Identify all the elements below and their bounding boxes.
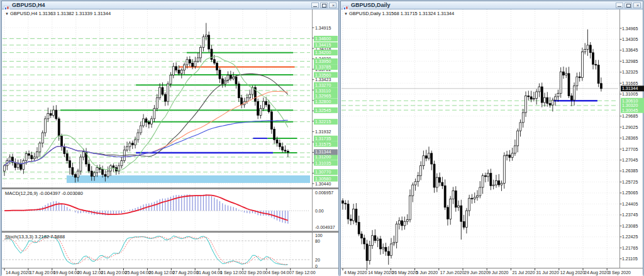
close-button[interactable]: × (633, 3, 641, 8)
svg-text:1.28365: 1.28365 (622, 136, 638, 140)
time-axis-daily[interactable]: 4 May 202014 May 202026 May 20205 Jun 20… (341, 268, 643, 276)
svg-text:1 Sep 12:00: 1 Sep 12:00 (220, 270, 244, 275)
svg-text:1.29685: 1.29685 (622, 114, 638, 118)
ohlc-text: GBPUSD,Daily 1.31568 1.31715 1.31324 1.3… (349, 11, 454, 16)
svg-text:1.21765: 1.21765 (622, 246, 638, 250)
svg-text:4 May 2020: 4 May 2020 (344, 270, 367, 275)
svg-text:1.32545: 1.32545 (315, 108, 331, 113)
svg-text:1.34200: 1.34200 (315, 50, 331, 55)
svg-text:17 Jun 2020: 17 Jun 2020 (440, 270, 465, 275)
svg-text:1.31344: 1.31344 (622, 86, 638, 91)
minimize-button[interactable] (311, 3, 319, 8)
restore-button[interactable] (320, 3, 328, 8)
svg-text:2 Sep 20:00: 2 Sep 20:00 (244, 270, 268, 275)
svg-text:1.22425: 1.22425 (622, 235, 638, 239)
ohlc-text: GBPUSD,H4 1.31363 1.31382 1.31339 1.3134… (10, 11, 111, 16)
main-chart-canvas-h4[interactable]: 1.349151.346171.343181.340201.337221.334… (2, 9, 340, 187)
svg-text:26 Aug 12:00: 26 Aug 12:00 (148, 270, 174, 275)
support-resistance-dashed-layer (341, 101, 618, 110)
svg-text:1.24405: 1.24405 (622, 202, 638, 206)
svg-text:1.32800: 1.32800 (315, 99, 331, 104)
svg-text:14 May 2020: 14 May 2020 (368, 270, 394, 275)
support-zone-layer (67, 175, 310, 183)
svg-text:12 Aug 2020: 12 Aug 2020 (560, 270, 585, 275)
main-chart-canvas-daily[interactable]: 1.349651.343051.336451.329851.323251.316… (341, 9, 644, 268)
svg-text:17 Aug 20:00: 17 Aug 20:00 (30, 270, 55, 275)
svg-text:31 Jul 2020: 31 Jul 2020 (536, 270, 559, 275)
titlebar-daily[interactable]: GBPUSD,Daily × (341, 1, 643, 9)
svg-text:24 Aug 2020: 24 Aug 2020 (584, 270, 609, 275)
svg-text:1.34305: 1.34305 (622, 37, 638, 41)
chart-body-daily: ▼GBPUSD,Daily 1.31568 1.31715 1.31324 1.… (341, 9, 643, 274)
chart-window-h4[interactable]: GBPUSD,H4 × ▼GBPUSD,H4 1.31363 1.31382 1… (1, 1, 339, 275)
svg-text:1.34415: 1.34415 (315, 43, 331, 47)
time-labels: 14 Aug 202017 Aug 20:0019 Aug 04:0020 Au… (4, 268, 316, 275)
svg-text:1.21105: 1.21105 (622, 257, 638, 261)
svg-text:1.32985: 1.32985 (622, 59, 638, 63)
svg-text:1.23085: 1.23085 (622, 224, 638, 228)
svg-text:1.30770: 1.30770 (315, 170, 331, 174)
svg-text:0.006957: 0.006957 (315, 190, 333, 195)
svg-text:1.26385: 1.26385 (622, 168, 638, 173)
svg-text:1.31200: 1.31200 (315, 155, 331, 159)
symbol-dropdown-icon[interactable]: ▼ (5, 12, 9, 16)
window-title: GBPUSD,Daily (351, 2, 391, 8)
svg-text:1.34600: 1.34600 (315, 36, 331, 41)
stoch-axis[interactable]: 10080200 (313, 233, 323, 268)
svg-text:5 Jun 2020: 5 Jun 2020 (416, 270, 438, 275)
svg-text:1.30320: 1.30320 (622, 103, 638, 108)
svg-text:1.31735: 1.31735 (315, 136, 331, 141)
svg-text:1.30440: 1.30440 (315, 182, 331, 186)
macd-label: MACD(12,26,9) -0.004397 -0.003080 (5, 190, 83, 196)
candles-layer (342, 30, 602, 268)
stoch-label: Stoch(13,3,3) 3.2182 7.5888 (5, 234, 65, 240)
support-resistance-dashed-layer (3, 38, 310, 179)
svg-text:3 Sep 2020: 3 Sep 2020 (608, 270, 631, 275)
svg-text:20: 20 (315, 258, 320, 262)
chart-icon (4, 3, 10, 8)
time-axis-h4[interactable]: 14 Aug 202017 Aug 20:0019 Aug 04:0020 Au… (2, 268, 338, 276)
svg-text:19 Aug 04:00: 19 Aug 04:00 (53, 270, 79, 275)
ohlc-info: ▼GBPUSD,Daily 1.31568 1.31715 1.31324 1.… (344, 11, 454, 16)
svg-text:1.23745: 1.23745 (622, 213, 638, 217)
svg-text:1.30580: 1.30580 (315, 177, 331, 181)
svg-text:1.31665: 1.31665 (622, 81, 638, 86)
svg-text:1.31005: 1.31005 (622, 92, 638, 96)
svg-text:1.34965: 1.34965 (622, 26, 638, 31)
titlebar-h4[interactable]: GBPUSD,H4 × (2, 1, 338, 9)
time-labels: 4 May 202014 May 202026 May 20205 Jun 20… (343, 268, 631, 275)
restore-button[interactable] (625, 3, 632, 8)
ohlc-info: ▼GBPUSD,H4 1.31363 1.31382 1.31339 1.313… (5, 11, 111, 16)
svg-text:25 Aug 04:00: 25 Aug 04:00 (125, 270, 151, 275)
chart-window-daily[interactable]: GBPUSD,Daily × ▼GBPUSD,Daily 1.31568 1.3… (340, 1, 643, 275)
svg-text:1.32325: 1.32325 (622, 70, 638, 74)
svg-text:1.27705: 1.27705 (622, 147, 638, 152)
svg-text:27 Aug 20:00: 27 Aug 20:00 (172, 270, 198, 275)
price-axis[interactable]: 1.349151.346171.343181.340201.337221.334… (313, 9, 338, 187)
svg-text:1.33423: 1.33423 (315, 77, 331, 82)
svg-text:100: 100 (315, 233, 323, 238)
svg-text:1.25065: 1.25065 (622, 190, 638, 195)
symbol-dropdown-icon[interactable]: ▼ (344, 12, 348, 16)
svg-text:0.00: 0.00 (315, 209, 324, 213)
svg-text:1.31932: 1.31932 (315, 130, 331, 134)
svg-text:7 Sep 12:00: 7 Sep 12:00 (292, 270, 316, 275)
svg-text:1.25725: 1.25725 (622, 180, 638, 184)
svg-text:21 Aug 20:00: 21 Aug 20:00 (101, 270, 127, 275)
svg-text:80: 80 (315, 239, 320, 243)
svg-text:21 Jul 2020: 21 Jul 2020 (512, 270, 535, 275)
svg-text:1.33950: 1.33950 (315, 59, 331, 63)
minimize-button[interactable] (616, 3, 623, 8)
grid-layer (341, 9, 618, 268)
svg-text:1.33110: 1.33110 (315, 89, 331, 93)
close-button[interactable]: × (329, 3, 336, 8)
mt5-workspace: { "workspace": {"bg": "#b6c6d8"}, "color… (0, 0, 644, 276)
macd-axis[interactable]: 0.0069570.00-0.004937 (313, 189, 335, 231)
svg-text:1.33560: 1.33560 (315, 73, 331, 77)
svg-text:1.31575: 1.31575 (315, 142, 331, 146)
ma-medium-orange (4, 91, 288, 165)
price-axis[interactable]: 1.349651.343051.336451.329851.323251.316… (620, 9, 644, 268)
svg-text:1.32215: 1.32215 (315, 119, 331, 124)
svg-text:1.34915: 1.34915 (315, 26, 331, 30)
svg-text:29 Jun 2020: 29 Jun 2020 (464, 270, 489, 275)
